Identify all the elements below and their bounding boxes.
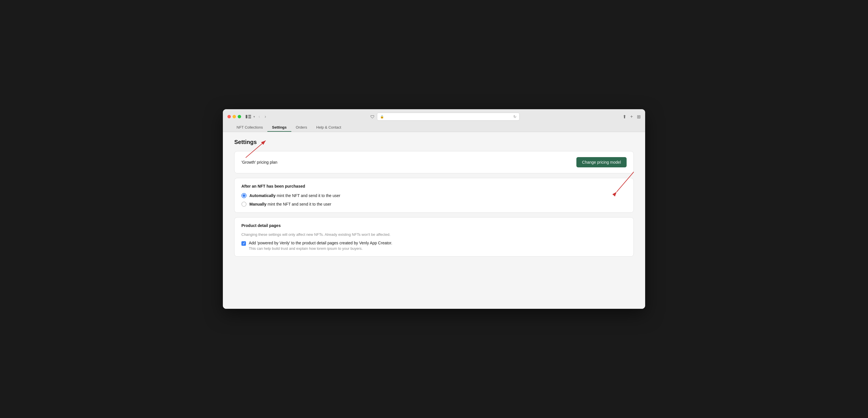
- browser-content: Settings 'Growth' pricing plan Change pr…: [223, 132, 645, 309]
- nft-purchase-card: After an NFT has been purchased Automati…: [234, 178, 634, 213]
- new-tab-icon[interactable]: +: [630, 114, 633, 119]
- product-detail-subtitle: Changing these settings will only affect…: [241, 232, 627, 237]
- tab-settings[interactable]: Settings: [267, 123, 291, 132]
- tab-help-contact[interactable]: Help & Contact: [312, 123, 345, 132]
- lock-icon: 🔒: [380, 115, 384, 119]
- product-detail-card: Product detail pages Changing these sett…: [234, 217, 634, 257]
- radio-manual[interactable]: Manually mint the NFT and send it to the…: [241, 201, 627, 207]
- maximize-button[interactable]: [238, 115, 241, 118]
- change-pricing-button[interactable]: Change pricing model: [577, 157, 627, 167]
- browser-controls: ▾ ‹ ›: [246, 114, 267, 120]
- browser-top-bar: ▾ ‹ › 🛡 🔒 ↻ ⬆ + ⊞: [227, 112, 641, 121]
- browser-right-controls: ⬆ + ⊞: [623, 114, 641, 120]
- sidebar-toggle-icon[interactable]: [246, 115, 251, 118]
- radio-manual-circle[interactable]: [241, 201, 247, 207]
- checkbox-label: Add 'powered by Venly' to the product de…: [249, 240, 392, 245]
- address-bar[interactable]: 🔒 ↻: [377, 112, 520, 121]
- pricing-plan-card: 'Growth' pricing plan Change pricing mod…: [234, 151, 634, 173]
- shield-icon: 🛡: [370, 114, 375, 119]
- radio-auto-circle[interactable]: [241, 193, 247, 198]
- powered-by-venly-checkbox[interactable]: [241, 241, 246, 246]
- refresh-icon[interactable]: ↻: [513, 115, 517, 119]
- browser-window: ▾ ‹ › 🛡 🔒 ↻ ⬆ + ⊞ NFT Colle: [223, 109, 645, 309]
- traffic-lights: [227, 115, 241, 118]
- checkbox-text: Add 'powered by Venly' to the product de…: [249, 240, 392, 251]
- radio-auto-label: Automatically mint the NFT and send it t…: [249, 193, 340, 198]
- radio-manual-label: Manually mint the NFT and send it to the…: [249, 202, 331, 206]
- nft-purchase-title: After an NFT has been purchased: [241, 184, 627, 189]
- page-title: Settings: [234, 139, 634, 146]
- back-arrow[interactable]: ‹: [257, 114, 261, 120]
- grid-icon[interactable]: ⊞: [637, 114, 641, 120]
- browser-chrome: ▾ ‹ › 🛡 🔒 ↻ ⬆ + ⊞ NFT Colle: [223, 109, 645, 132]
- powered-by-venly-checkbox-option[interactable]: Add 'powered by Venly' to the product de…: [241, 240, 627, 251]
- checkbox-desc: This can help build trust and explain ho…: [249, 246, 392, 251]
- chevron-down-icon[interactable]: ▾: [253, 115, 255, 119]
- radio-auto[interactable]: Automatically mint the NFT and send it t…: [241, 193, 627, 198]
- product-detail-title: Product detail pages: [241, 223, 627, 228]
- minimize-button[interactable]: [232, 115, 236, 118]
- pricing-plan-label: 'Growth' pricing plan: [241, 160, 277, 164]
- browser-tabs: NFT Collections Settings Orders Help & C…: [227, 123, 641, 132]
- forward-arrow[interactable]: ›: [264, 114, 267, 120]
- tab-nft-collections[interactable]: NFT Collections: [232, 123, 267, 132]
- tab-orders[interactable]: Orders: [291, 123, 312, 132]
- close-button[interactable]: [227, 115, 231, 118]
- share-icon[interactable]: ⬆: [623, 114, 626, 120]
